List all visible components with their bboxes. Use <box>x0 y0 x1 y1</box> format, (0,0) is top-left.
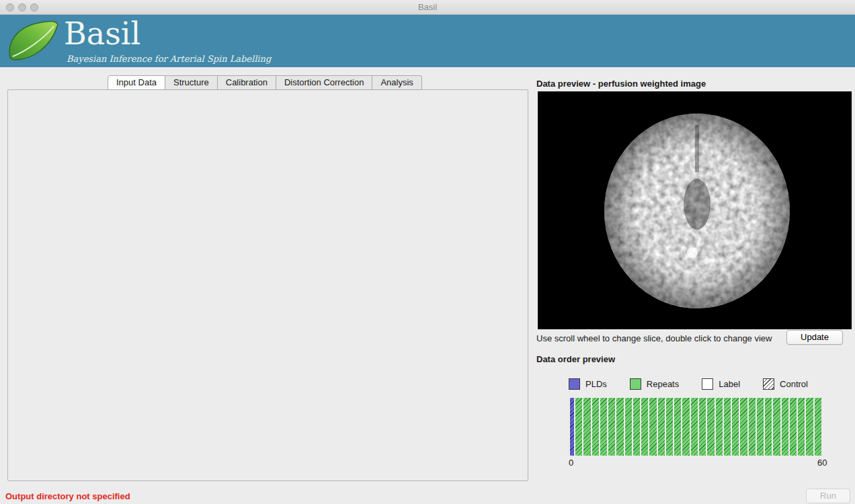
order-bar-repeat <box>732 398 739 456</box>
legend-label: Label <box>719 379 740 389</box>
legend-item-control: Control <box>763 378 808 390</box>
data-preview-title: Data preview - perfusion weighted image <box>536 79 706 89</box>
legend-label: PLDs <box>585 379 607 389</box>
order-bar-repeat <box>625 398 632 456</box>
order-legend: PLDs Repeats Label Control <box>569 378 808 390</box>
order-bar-repeat <box>649 398 656 456</box>
perfusion-image-preview[interactable] <box>538 91 852 329</box>
order-bar-repeat <box>583 398 590 456</box>
basil-leaf-icon <box>5 18 62 62</box>
tab-calibration[interactable]: Calibration <box>218 75 276 90</box>
tab-distortion-correction[interactable]: Distortion Correction <box>276 75 373 90</box>
app-banner: Basil Bayesian Inference for Arterial Sp… <box>0 15 855 67</box>
plds-swatch-icon <box>569 378 580 390</box>
order-bar-repeat <box>575 398 582 456</box>
order-bar-repeat <box>699 398 706 456</box>
input-data-panel <box>7 89 528 481</box>
order-bar-repeat <box>674 398 681 456</box>
window-title: Basil <box>0 2 855 12</box>
repeats-swatch-icon <box>630 378 641 390</box>
axis-min-label: 0 <box>569 458 573 468</box>
order-bar-repeat <box>773 398 780 456</box>
axis-max-label: 60 <box>817 458 827 468</box>
tab-analysis[interactable]: Analysis <box>372 75 421 90</box>
tab-bar: Input Data Structure Calibration Distort… <box>108 75 422 90</box>
order-bar-repeat <box>616 398 623 456</box>
order-bar-repeat <box>658 398 665 456</box>
order-bar-repeat <box>815 398 821 456</box>
order-bar-repeat <box>740 398 747 456</box>
legend-item-repeats: Repeats <box>630 378 679 390</box>
legend-label: Control <box>780 379 808 389</box>
app-window: Basil Basil Bayesian Inference for Arter… <box>0 0 855 504</box>
label-swatch-icon <box>702 378 713 390</box>
order-bar-repeat <box>749 398 756 456</box>
order-bar-repeat <box>790 398 797 456</box>
order-bar-repeat <box>757 398 764 456</box>
status-message: Output directory not specified <box>5 491 130 501</box>
order-chart <box>570 398 821 456</box>
order-bar-repeat <box>608 398 615 456</box>
order-chart-repeats <box>575 398 821 456</box>
run-button: Run <box>806 489 850 503</box>
legend-item-plds: PLDs <box>569 378 607 390</box>
order-bar-repeat <box>633 398 640 456</box>
order-bar-repeat <box>600 398 607 456</box>
tab-input-data[interactable]: Input Data <box>108 75 165 90</box>
preview-hint: Use scroll wheel to change slice, double… <box>536 333 772 343</box>
order-bar-repeat <box>765 398 772 456</box>
order-bar-repeat <box>724 398 731 456</box>
control-swatch-icon <box>763 378 774 390</box>
tab-structure[interactable]: Structure <box>165 75 218 90</box>
order-bar-repeat <box>798 398 805 456</box>
data-order-preview-title: Data order preview <box>536 354 615 364</box>
app-title: Basil <box>64 17 140 50</box>
order-bar-repeat <box>592 398 599 456</box>
update-button[interactable]: Update <box>786 330 843 345</box>
titlebar: Basil <box>0 0 855 15</box>
legend-label: Repeats <box>647 379 679 389</box>
order-plds-bar <box>570 398 574 456</box>
order-bar-repeat <box>782 398 788 456</box>
order-bar-repeat <box>691 398 698 456</box>
brain-mri-image <box>538 91 852 329</box>
order-bar-repeat <box>716 398 723 456</box>
order-bar-repeat <box>707 398 714 456</box>
order-bar-repeat <box>682 398 689 456</box>
legend-item-label: Label <box>702 378 740 390</box>
order-bar-repeat <box>641 398 648 456</box>
app-subtitle: Bayesian Inference for Arterial Spin Lab… <box>67 54 271 64</box>
order-bar-repeat <box>806 398 813 456</box>
order-bar-repeat <box>666 398 673 456</box>
